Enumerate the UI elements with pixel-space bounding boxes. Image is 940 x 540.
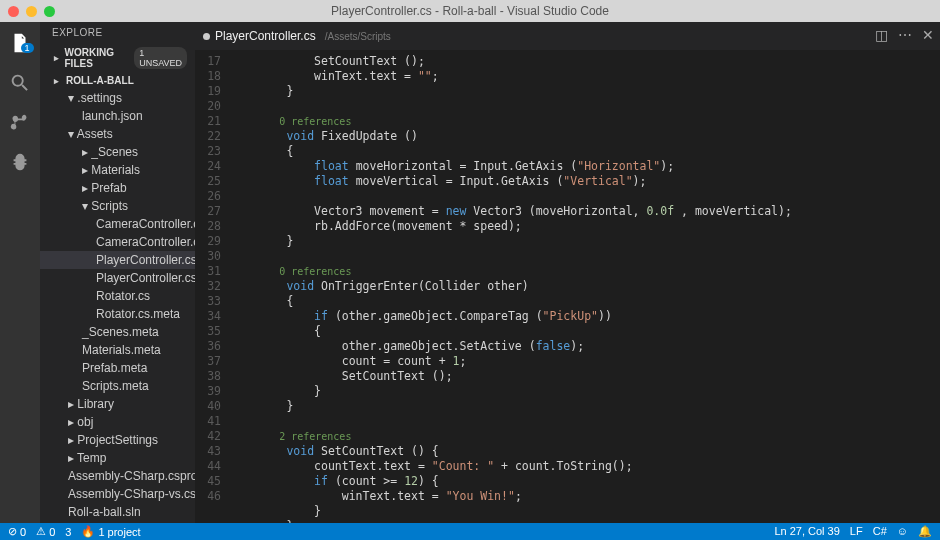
folder-item[interactable]: ▸ Temp: [40, 449, 195, 467]
tab-bar: PlayerController.cs /Assets/Scripts ◫ ⋯ …: [195, 22, 940, 50]
tab-path: /Assets/Scripts: [325, 31, 391, 42]
search-icon[interactable]: [9, 72, 31, 94]
file-item[interactable]: _Scenes.meta: [40, 323, 195, 341]
close-window-button[interactable]: [8, 6, 19, 17]
folder-item[interactable]: ▾ Assets: [40, 125, 195, 143]
status-errors[interactable]: ⊘ 0: [8, 525, 26, 538]
file-item[interactable]: PlayerController.cs: [40, 251, 195, 269]
status-eol[interactable]: LF: [850, 525, 863, 538]
line-numbers: 17 18 19 20 21 22 23 24 25 26 27 28 29 3…: [195, 54, 231, 523]
folder-item[interactable]: ▸ Materials: [40, 161, 195, 179]
tab-playercontroller[interactable]: PlayerController.cs /Assets/Scripts: [203, 29, 391, 43]
status-bell-icon[interactable]: 🔔: [918, 525, 932, 538]
explorer-badge: 1: [21, 43, 34, 53]
editor-actions: ◫ ⋯ ✕: [875, 27, 934, 43]
sidebar-title: EXPLORE: [40, 22, 195, 44]
file-item[interactable]: CameraController.cs: [40, 215, 195, 233]
code-lines[interactable]: SetCountText (); winText.text = ""; } 0 …: [231, 54, 940, 523]
file-item[interactable]: Rotator.cs.meta: [40, 305, 195, 323]
file-item[interactable]: Prefab.meta: [40, 359, 195, 377]
folder-item[interactable]: ▸ Library: [40, 395, 195, 413]
sidebar-section[interactable]: ▸WORKING FILES1 UNSAVED: [40, 44, 195, 72]
close-editor-icon[interactable]: ✕: [922, 27, 934, 43]
zoom-window-button[interactable]: [44, 6, 55, 17]
debug-icon[interactable]: [9, 152, 31, 174]
status-cursor[interactable]: Ln 27, Col 39: [774, 525, 839, 538]
window-titlebar: PlayerController.cs - Roll-a-ball - Visu…: [0, 0, 940, 22]
unsaved-dot-icon: [203, 33, 210, 40]
file-item[interactable]: Assembly-CSharp-vs.csproj: [40, 485, 195, 503]
window-controls: [0, 6, 55, 17]
split-editor-icon[interactable]: ◫: [875, 27, 888, 43]
file-item[interactable]: PlayerController.cs.meta: [40, 269, 195, 287]
status-project[interactable]: 🔥 1 project: [81, 525, 140, 538]
folder-item[interactable]: ▸ obj: [40, 413, 195, 431]
folder-item[interactable]: ▾ .settings: [40, 89, 195, 107]
source-control-icon[interactable]: [9, 112, 31, 134]
status-language[interactable]: C#: [873, 525, 887, 538]
file-item[interactable]: Scripts.meta: [40, 377, 195, 395]
window-title: PlayerController.cs - Roll-a-ball - Visu…: [331, 4, 609, 18]
file-item[interactable]: Rotator.cs: [40, 287, 195, 305]
sidebar: EXPLORE ▸WORKING FILES1 UNSAVED▸ROLL-A-B…: [40, 22, 195, 523]
tab-label: PlayerController.cs: [215, 29, 316, 43]
status-warnings[interactable]: ⚠ 0: [36, 525, 55, 538]
file-item[interactable]: Materials.meta: [40, 341, 195, 359]
code-area[interactable]: 17 18 19 20 21 22 23 24 25 26 27 28 29 3…: [195, 50, 940, 523]
file-item[interactable]: CameraController.cs.meta: [40, 233, 195, 251]
activity-bar: 1: [0, 22, 40, 523]
status-bar: ⊘ 0 ⚠ 0 3 🔥 1 project Ln 27, Col 39 LF C…: [0, 523, 940, 540]
file-item[interactable]: Roll-a-ball.sln: [40, 503, 195, 521]
folder-item[interactable]: ▸ ProjectSettings: [40, 431, 195, 449]
file-item[interactable]: Roll-a-ball.userprefs: [40, 521, 195, 523]
folder-item[interactable]: ▸ _Scenes: [40, 143, 195, 161]
file-item[interactable]: launch.json: [40, 107, 195, 125]
explorer-icon[interactable]: 1: [9, 32, 31, 54]
more-icon[interactable]: ⋯: [898, 27, 912, 43]
sidebar-section[interactable]: ▸ROLL-A-BALL: [40, 72, 195, 89]
file-item[interactable]: Assembly-CSharp.csproj: [40, 467, 195, 485]
editor: PlayerController.cs /Assets/Scripts ◫ ⋯ …: [195, 22, 940, 523]
status-feedback-icon[interactable]: ☺: [897, 525, 908, 538]
folder-item[interactable]: ▸ Prefab: [40, 179, 195, 197]
status-info[interactable]: 3: [65, 526, 71, 538]
folder-item[interactable]: ▾ Scripts: [40, 197, 195, 215]
minimize-window-button[interactable]: [26, 6, 37, 17]
file-tree: ▾ .settingslaunch.json▾ Assets▸ _Scenes▸…: [40, 89, 195, 523]
